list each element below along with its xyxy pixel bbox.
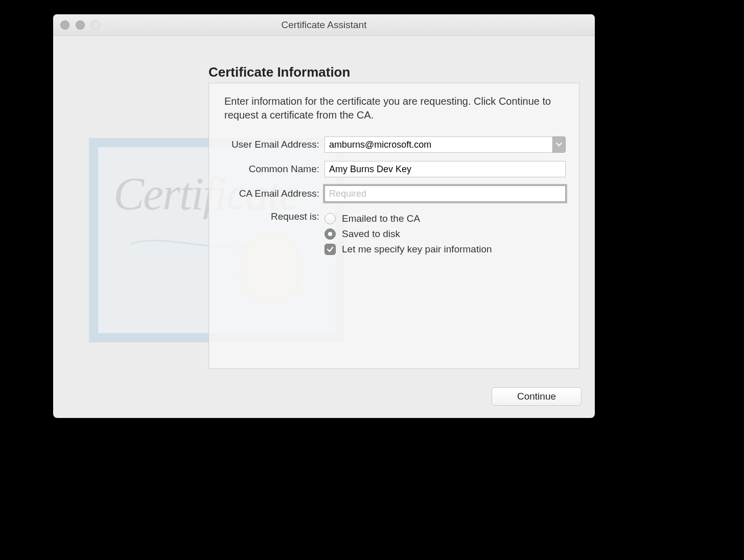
minimize-window-button[interactable] <box>76 20 85 30</box>
form-panel: Enter information for the certificate yo… <box>208 83 579 369</box>
specify-keypair-label: Let me specify key pair information <box>342 244 492 255</box>
content-area: Certificate Certificate Information Ente… <box>53 36 595 418</box>
zoom-window-button <box>91 20 100 30</box>
titlebar: Certificate Assistant <box>53 14 595 36</box>
common-name-label: Common Name: <box>209 164 324 175</box>
ca-email-input[interactable] <box>324 185 566 202</box>
window-title: Certificate Assistant <box>53 19 595 31</box>
common-name-input[interactable] <box>324 161 566 177</box>
window-controls <box>60 20 100 30</box>
request-saved-label: Saved to disk <box>342 228 400 240</box>
request-emailed-radio[interactable] <box>324 213 336 224</box>
user-email-combobox[interactable] <box>324 136 566 153</box>
user-email-dropdown-button[interactable] <box>552 136 566 153</box>
continue-button[interactable]: Continue <box>492 387 582 406</box>
certificate-assistant-window: Certificate Assistant Certificate Certif… <box>53 14 595 418</box>
request-emailed-label: Emailed to the CA <box>342 213 420 224</box>
close-window-button[interactable] <box>60 20 69 30</box>
request-saved-radio[interactable] <box>324 228 336 240</box>
request-is-label: Request is: <box>209 210 324 222</box>
checkmark-icon <box>327 246 334 253</box>
page-heading: Certificate Information <box>208 64 350 80</box>
certificate-form: User Email Address: Common Name: <box>209 128 579 259</box>
chevron-down-icon <box>556 143 562 147</box>
ca-email-label: CA Email Address: <box>209 188 324 199</box>
instructions-text: Enter information for the certificate yo… <box>209 83 579 128</box>
specify-keypair-checkbox[interactable] <box>324 244 336 255</box>
user-email-input[interactable] <box>324 136 552 153</box>
user-email-label: User Email Address: <box>209 139 324 150</box>
